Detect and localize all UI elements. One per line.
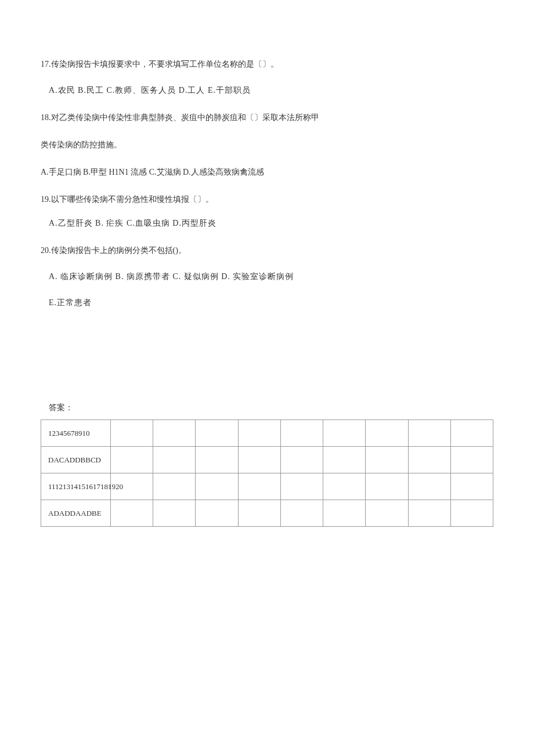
cell-empty — [323, 500, 366, 527]
cell-empty — [153, 473, 196, 500]
cell-empty — [408, 473, 450, 500]
answer-label: 答案： — [41, 401, 493, 414]
cell-empty — [111, 500, 153, 527]
question-20: 20.传染病报告卡上的病例分类不包括()。 A. 临床诊断病例 B. 病原携带者… — [41, 244, 493, 309]
question-continuation: 类传染病的防控措施。 — [41, 139, 493, 151]
cell-empty — [196, 473, 238, 500]
question-options: A.乙型肝炎 B. 疟疾 C.血吸虫病 D.丙型肝炎 — [41, 217, 493, 229]
cell-empty — [366, 473, 408, 500]
question-body: 对乙类传染病中传染性非典型肺炎、炭疽中的肺炭疽和〔〕采取本法所称甲 — [51, 113, 319, 122]
cell-empty — [111, 447, 153, 473]
table-row: ADADDAADBE — [41, 500, 493, 527]
table-row: 12345678910 — [41, 420, 493, 447]
cell-empty — [280, 473, 323, 500]
cell-empty — [238, 420, 280, 447]
question-17: 17.传染病报告卡填报要求中，不要求填写工作单位名称的是〔〕。 A.农民 B.民… — [41, 58, 493, 96]
question-number: 20. — [41, 246, 51, 255]
cell-empty — [323, 420, 366, 447]
cell-empty — [238, 473, 280, 500]
question-19: 19.以下哪些传染病不需分急性和慢性填报〔〕。 A.乙型肝炎 B. 疟疾 C.血… — [41, 193, 493, 229]
cell-empty — [196, 447, 238, 473]
question-number: 19. — [41, 195, 51, 204]
cell-empty — [111, 420, 153, 447]
cell-empty — [366, 447, 408, 473]
cell-answers-2: ADADDAADBE — [41, 500, 111, 527]
cell-empty — [196, 500, 238, 527]
table-row: 11121314151617181920 — [41, 473, 493, 500]
cell-answers-1: DACADDBBCD — [41, 447, 111, 473]
cell-empty — [196, 420, 238, 447]
cell-empty — [323, 447, 366, 473]
question-18: 18.对乙类传染病中传染性非典型肺炎、炭疽中的肺炭疽和〔〕采取本法所称甲 — [41, 111, 493, 124]
table-row: DACADDBBCD — [41, 447, 493, 473]
question-body: 传染病报告卡上的病例分类不包括()。 — [51, 246, 186, 255]
cell-empty — [280, 420, 323, 447]
cell-empty — [366, 500, 408, 527]
cell-empty — [238, 447, 280, 473]
cell-empty — [153, 420, 196, 447]
cell-empty — [450, 473, 493, 500]
cell-empty — [408, 500, 450, 527]
cell-empty — [153, 447, 196, 473]
question-options-line2: E.正常患者 — [41, 296, 493, 309]
question-text: 18.对乙类传染病中传染性非典型肺炎、炭疽中的肺炭疽和〔〕采取本法所称甲 — [41, 111, 493, 124]
cell-empty — [238, 500, 280, 527]
question-body: 以下哪些传染病不需分急性和慢性填报〔〕。 — [51, 195, 214, 204]
cell-empty — [450, 500, 493, 527]
question-options: A.手足口病 B.甲型 H1N1 流感 C.艾滋病 D.人感染高致病禽流感 — [41, 166, 493, 178]
cell-empty — [323, 473, 366, 500]
question-options: A. 临床诊断病例 B. 病原携带者 C. 疑似病例 D. 实验室诊断病例 — [41, 270, 493, 283]
question-text: 17.传染病报告卡填报要求中，不要求填写工作单位名称的是〔〕。 — [41, 58, 493, 70]
question-text: 20.传染病报告卡上的病例分类不包括()。 — [41, 244, 493, 256]
answer-table: 12345678910 DACADDBBCD 11121314151617181… — [41, 419, 493, 527]
question-number: 18. — [41, 113, 51, 122]
cell-empty — [408, 447, 450, 473]
cell-empty — [280, 447, 323, 473]
question-options: A.农民 B.民工 C.教师、医务人员 D.工人 E.干部职员 — [41, 84, 493, 96]
question-body: 传染病报告卡填报要求中，不要求填写工作单位名称的是〔〕。 — [51, 60, 279, 68]
question-number: 17. — [41, 60, 51, 68]
cell-empty — [153, 500, 196, 527]
cell-empty — [450, 420, 493, 447]
cell-empty — [280, 500, 323, 527]
cell-empty — [408, 420, 450, 447]
cell-empty — [450, 447, 493, 473]
cell-numbers-1: 12345678910 — [41, 420, 111, 447]
question-text: 19.以下哪些传染病不需分急性和慢性填报〔〕。 — [41, 193, 493, 205]
cell-empty — [366, 420, 408, 447]
cell-numbers-2: 11121314151617181920 — [41, 473, 111, 500]
